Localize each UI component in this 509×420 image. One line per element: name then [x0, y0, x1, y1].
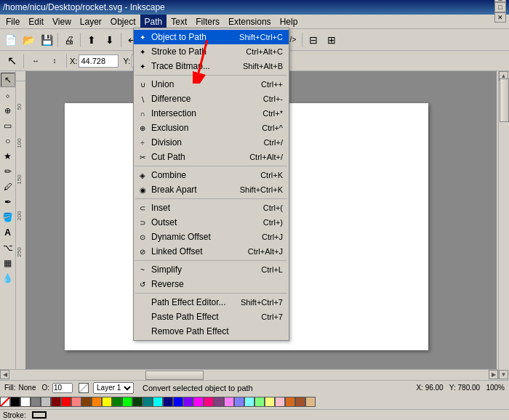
color-gray[interactable]	[31, 397, 41, 407]
color-light-yellow[interactable]	[265, 397, 275, 407]
flip-v-button[interactable]: ↕	[46, 52, 63, 70]
close-button[interactable]: ✕	[494, 12, 506, 23]
menu-path[interactable]: Path	[140, 15, 167, 29]
save-button[interactable]: 💾	[38, 31, 55, 49]
import-button[interactable]: ⬆	[83, 31, 100, 49]
menu-view[interactable]: View	[48, 15, 76, 29]
color-chocolate[interactable]	[285, 397, 295, 407]
star-tool[interactable]: ★	[1, 149, 15, 163]
color-pink[interactable]	[71, 397, 81, 407]
menu-object-to-path[interactable]: ✦ Object to Path Shift+Ctrl+C	[134, 30, 289, 44]
color-red[interactable]	[61, 397, 71, 407]
layer-lock-icon[interactable]	[79, 383, 89, 393]
print-button[interactable]: 🖨	[60, 31, 78, 49]
menu-linked-offset[interactable]: ⊘ Linked Offset Ctrl+Alt+J	[134, 244, 289, 259]
export-button[interactable]: ⬇	[101, 31, 119, 49]
menu-trace-bitmap[interactable]: ✦ Trace Bitmap... Shift+Alt+B	[134, 59, 289, 73]
menu-outset[interactable]: ⊃ Outset Ctrl+)	[134, 215, 289, 230]
color-fuchsia[interactable]	[275, 397, 285, 407]
color-violet[interactable]	[183, 397, 193, 407]
menu-filters[interactable]: Filters	[191, 15, 224, 29]
menu-simplify[interactable]: ~ Simplify Ctrl+L	[134, 262, 289, 277]
node-tool[interactable]: ⬦	[1, 88, 15, 102]
color-cyan[interactable]	[153, 397, 163, 407]
menu-extensions[interactable]: Extensions	[224, 15, 276, 29]
menu-text[interactable]: Text	[167, 15, 191, 29]
color-sienna[interactable]	[295, 397, 305, 407]
flip-h-button[interactable]: ↔	[27, 52, 44, 70]
menu-inset[interactable]: ⊂ Inset Ctrl+(	[134, 201, 289, 215]
coordinates-display: X: 96.00 Y: 780.00 100%	[416, 384, 505, 392]
color-navy[interactable]	[163, 397, 173, 407]
scroll-down-button[interactable]: ▼	[499, 370, 508, 379]
color-maroon[interactable]	[51, 397, 61, 407]
menu-remove-path-effect[interactable]: Remove Path Effect	[134, 324, 289, 339]
no-color-swatch[interactable]	[0, 397, 10, 407]
pen-tool[interactable]: 🖊	[1, 179, 15, 194]
color-lime[interactable]	[122, 397, 132, 407]
menu-help[interactable]: Help	[276, 15, 302, 29]
color-light-cyan[interactable]	[244, 397, 254, 407]
scroll-right-button[interactable]: ▶	[489, 370, 498, 379]
color-light-magenta[interactable]	[224, 397, 234, 407]
menu-division[interactable]: ÷ Division Ctrl+/	[134, 135, 289, 150]
new-button[interactable]: 📄	[1, 31, 19, 49]
menu-union[interactable]: ∪ Union Ctrl++	[134, 77, 289, 92]
color-light-green[interactable]	[254, 397, 265, 407]
color-dark-green[interactable]	[112, 397, 122, 407]
align-button[interactable]: ⊟	[305, 31, 322, 49]
circle-tool[interactable]: ○	[1, 134, 15, 148]
dropper-tool[interactable]: 💧	[1, 271, 15, 286]
menu-object[interactable]: Object	[106, 15, 140, 29]
menu-edit[interactable]: Edit	[24, 15, 48, 29]
menu-cut-path[interactable]: ✂ Cut Path Ctrl+Alt+/	[134, 150, 289, 164]
color-burlywood[interactable]	[305, 397, 316, 407]
menu-path-effect-editor[interactable]: Path Effect Editor... Shift+Ctrl+7	[134, 295, 289, 310]
color-orange[interactable]	[92, 397, 102, 407]
scroll-thumb-v[interactable]	[500, 78, 509, 122]
color-forest[interactable]	[132, 397, 143, 407]
color-brown[interactable]	[81, 397, 92, 407]
gradient-tool[interactable]: ▦	[1, 256, 15, 270]
layer-select[interactable]: Layer 1	[93, 382, 134, 394]
menu-dynamic-offset[interactable]: ⊙ Dynamic Offset Ctrl+J	[134, 230, 289, 244]
calligraphy-tool[interactable]: ✒	[1, 195, 15, 209]
color-light-blue[interactable]	[234, 397, 244, 407]
paint-bucket-tool[interactable]: 🪣	[1, 210, 15, 225]
menu-intersection[interactable]: ∩ Intersection Ctrl+*	[134, 106, 289, 121]
color-silver[interactable]	[41, 397, 51, 407]
select-tool-active[interactable]: ↖	[3, 52, 20, 70]
select-tool[interactable]: ↖	[1, 73, 15, 87]
menu-file[interactable]: File	[1, 15, 24, 29]
open-button[interactable]: 📂	[20, 31, 37, 49]
pencil-tool[interactable]: ✏	[1, 164, 15, 179]
color-black[interactable]	[10, 397, 20, 407]
menu-stroke-to-path[interactable]: ✦ Stroke to Path Ctrl+Alt+C	[134, 44, 289, 59]
scroll-thumb-h[interactable]	[145, 371, 204, 380]
color-purple-light[interactable]	[214, 397, 224, 407]
scroll-left-button[interactable]: ◀	[0, 370, 9, 379]
text-tool[interactable]: A	[1, 225, 15, 240]
menu-reverse[interactable]: ↺ Reverse	[134, 277, 289, 291]
vertical-scrollbar[interactable]: ▲ ▼	[498, 71, 509, 379]
distribute-button[interactable]: ⊞	[323, 31, 340, 49]
color-hotpink[interactable]	[204, 397, 214, 407]
menu-exclusion[interactable]: ⊕ Exclusion Ctrl+^	[134, 121, 289, 135]
color-yellow[interactable]	[102, 397, 112, 407]
menu-break-apart[interactable]: ◉ Break Apart Shift+Ctrl+K	[134, 182, 289, 197]
menu-paste-path-effect[interactable]: Paste Path Effect Ctrl+7	[134, 310, 289, 324]
zoom-tool[interactable]: ⊕	[1, 103, 15, 118]
color-magenta[interactable]	[193, 397, 204, 407]
color-blue[interactable]	[173, 397, 183, 407]
color-white[interactable]	[20, 397, 31, 407]
menu-layer[interactable]: Layer	[76, 15, 106, 29]
menu-difference[interactable]: ∖ Difference Ctrl+-	[134, 92, 289, 106]
maximize-button[interactable]: □	[494, 2, 506, 12]
color-teal[interactable]	[143, 397, 153, 407]
connector-tool[interactable]: ⌥	[1, 241, 15, 255]
horizontal-scrollbar[interactable]: ◀ ▶	[0, 369, 498, 380]
opacity-input[interactable]	[52, 383, 73, 393]
rect-tool[interactable]: ▭	[1, 118, 15, 133]
x-input[interactable]	[79, 54, 119, 68]
menu-combine[interactable]: ◈ Combine Ctrl+K	[134, 168, 289, 182]
